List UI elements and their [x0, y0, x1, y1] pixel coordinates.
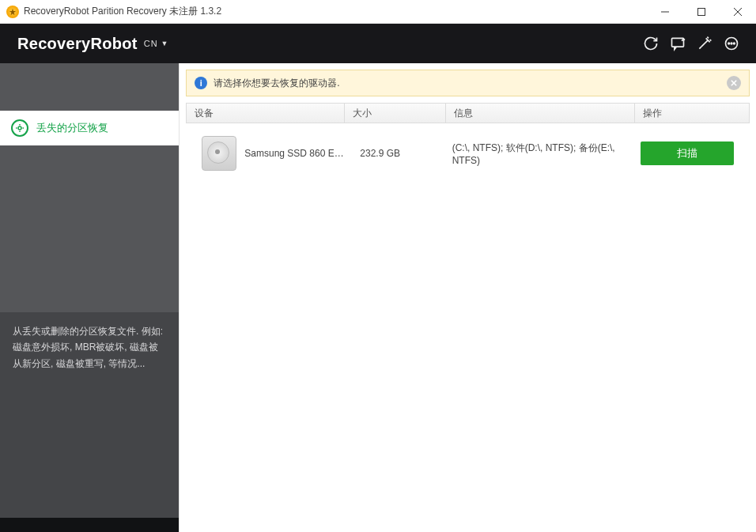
plug-icon[interactable] — [691, 30, 718, 57]
svg-point-3 — [728, 43, 730, 44]
info-icon: i — [195, 77, 207, 89]
col-header-device[interactable]: 设备 — [187, 104, 345, 123]
close-button[interactable] — [720, 0, 756, 24]
language-selector[interactable]: CN ▼ — [144, 39, 169, 48]
table-row[interactable]: Samsung SSD 860 EVO... 232.9 GB (C:\, NT… — [186, 123, 750, 183]
feedback-icon[interactable] — [664, 30, 691, 57]
sidebar-description: 从丢失或删除的分区恢复文件. 例如: 磁盘意外损坏, MBR被破坏, 磁盘被从新… — [0, 312, 179, 518]
chevron-down-icon: ▼ — [161, 40, 169, 47]
col-header-info[interactable]: 信息 — [446, 104, 635, 123]
device-size: 232.9 GB — [352, 148, 444, 159]
scan-button[interactable]: 扫描 — [641, 141, 734, 165]
more-icon[interactable] — [718, 30, 745, 57]
device-info: (C:\, NTFS); 软件(D:\, NTFS); 备份(E:\, NTFS… — [444, 141, 633, 166]
svg-point-6 — [18, 126, 21, 130]
table-header: 设备 大小 信息 操作 — [186, 103, 750, 123]
svg-point-4 — [731, 43, 732, 44]
maximize-button[interactable] — [683, 0, 720, 24]
notice-bar: i 请选择你想要去恢复的驱动器. — [186, 70, 750, 96]
notice-text: 请选择你想要去恢复的驱动器. — [214, 77, 339, 90]
hdd-icon — [202, 136, 236, 171]
app-header: RecoveryRobot CN ▼ — [0, 24, 756, 63]
sidebar-item-lost-partition[interactable]: 丢失的分区恢复 — [0, 111, 179, 145]
col-header-size[interactable]: 大小 — [345, 104, 446, 123]
svg-point-5 — [734, 43, 735, 44]
titlebar: RecoveryRobot Parition Recovery 未注册 1.3.… — [0, 0, 756, 24]
sidebar: 丢失的分区恢复 从丢失或删除的分区恢复文件. 例如: 磁盘意外损坏, MBR被破… — [0, 63, 179, 532]
svg-rect-1 — [672, 38, 684, 47]
window-title: RecoveryRobot Parition Recovery 未注册 1.3.… — [24, 5, 221, 18]
body: 丢失的分区恢复 从丢失或删除的分区恢复文件. 例如: 磁盘意外损坏, MBR被破… — [0, 63, 756, 532]
svg-rect-0 — [698, 8, 705, 15]
minimize-button[interactable] — [647, 0, 683, 24]
device-name: Samsung SSD 860 EVO... — [244, 148, 344, 159]
col-header-action[interactable]: 操作 — [635, 104, 749, 123]
app-icon — [6, 6, 19, 18]
refresh-icon[interactable] — [637, 30, 664, 57]
target-icon — [11, 119, 28, 137]
brand-label: RecoveryRobot — [17, 35, 138, 53]
main-panel: i 请选择你想要去恢复的驱动器. 设备 大小 信息 操作 Samsung SSD… — [179, 63, 756, 532]
language-label: CN — [144, 39, 158, 48]
notice-close-icon[interactable] — [727, 76, 741, 90]
sidebar-item-label: 丢失的分区恢复 — [36, 121, 108, 135]
